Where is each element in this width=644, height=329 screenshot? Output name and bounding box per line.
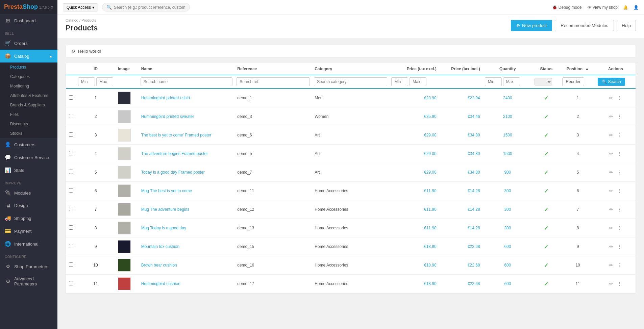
- product-name-link[interactable]: Brown bear cushion: [141, 263, 177, 268]
- sidebar-item-attributes[interactable]: Attributes & Features: [0, 91, 57, 100]
- edit-button[interactable]: ✏: [608, 206, 615, 213]
- row-checkbox[interactable]: [69, 225, 73, 230]
- row-checkbox[interactable]: [69, 207, 73, 211]
- edit-button[interactable]: ✏: [608, 169, 615, 176]
- sidebar-item-discounts[interactable]: Discounts: [0, 119, 57, 129]
- edit-button[interactable]: ✏: [608, 150, 615, 157]
- product-name-link[interactable]: The adventure begins Framed poster: [141, 151, 208, 156]
- more-actions-button[interactable]: ⋮: [616, 280, 623, 287]
- sidebar-item-customer-service[interactable]: 💬 Customer Service: [0, 151, 57, 164]
- row-name: Mug Today is a good day: [139, 219, 235, 237]
- sidebar-item-advanced-parameters[interactable]: ⚙ Advanced Parameters: [0, 273, 57, 290]
- quick-access-button[interactable]: Quick Access ▾: [63, 3, 98, 11]
- more-actions-button[interactable]: ⋮: [616, 113, 623, 120]
- more-actions-button[interactable]: ⋮: [616, 132, 623, 138]
- row-checkbox[interactable]: [69, 244, 73, 248]
- sidebar-item-categories[interactable]: Categories: [0, 72, 57, 81]
- more-actions-button[interactable]: ⋮: [616, 95, 623, 101]
- sidebar-item-stats[interactable]: 📊 Stats: [0, 164, 57, 177]
- sidebar-item-catalog[interactable]: 📦 Catalog ▲: [0, 50, 57, 62]
- row-checkbox[interactable]: [69, 281, 73, 285]
- product-name-link[interactable]: Today is a good day Framed poster: [141, 170, 205, 175]
- gear-icon: ⚙: [71, 49, 75, 54]
- col-header-category[interactable]: Category: [312, 63, 389, 75]
- edit-button[interactable]: ✏: [608, 187, 615, 194]
- user-menu-button[interactable]: 👤: [634, 5, 639, 10]
- debug-mode-button[interactable]: 🐞 Debug mode: [552, 5, 582, 10]
- filter-id-min[interactable]: [78, 77, 95, 86]
- edit-button[interactable]: ✏: [608, 113, 615, 120]
- row-price-excl: €29.00: [389, 145, 439, 163]
- filter-qty-max[interactable]: [503, 77, 520, 86]
- edit-button[interactable]: ✏: [608, 243, 615, 250]
- reorder-button[interactable]: Reorder: [562, 77, 584, 86]
- more-actions-button[interactable]: ⋮: [616, 225, 623, 231]
- filter-id-max[interactable]: [96, 77, 113, 86]
- filter-name-input[interactable]: [141, 77, 233, 86]
- row-name: Today is a good day Framed poster: [139, 163, 235, 182]
- product-name-link[interactable]: Hummingbird cushion: [141, 281, 180, 286]
- edit-button[interactable]: ✏: [608, 132, 615, 138]
- col-header-price-incl[interactable]: Price (tax incl.): [439, 63, 483, 75]
- sidebar-item-orders[interactable]: 🛒 Orders: [0, 37, 57, 50]
- product-name-link[interactable]: Hummingbird printed sweater: [141, 114, 194, 119]
- search-button[interactable]: 🔍 Search: [598, 78, 625, 86]
- more-actions-button[interactable]: ⋮: [616, 206, 623, 213]
- col-header-quantity[interactable]: Quantity: [483, 63, 533, 75]
- col-header-price-excl[interactable]: Price (tax excl.): [389, 63, 439, 75]
- sidebar-item-stocks[interactable]: Stocks: [0, 129, 57, 138]
- sidebar-item-shipping[interactable]: 🚚 Shipping: [0, 212, 57, 225]
- filter-price-excl-min[interactable]: [391, 77, 408, 86]
- product-name-link[interactable]: Mug The best is yet to come: [141, 188, 192, 193]
- col-header-status[interactable]: Status: [532, 63, 560, 75]
- col-header-position[interactable]: Position ▲: [560, 63, 596, 75]
- notifications-button[interactable]: 🔔: [623, 5, 628, 10]
- sidebar-collapse-button[interactable]: «: [50, 4, 53, 10]
- row-checkbox[interactable]: [69, 262, 73, 267]
- edit-button[interactable]: ✏: [608, 280, 615, 287]
- more-actions-button[interactable]: ⋮: [616, 243, 623, 250]
- edit-button[interactable]: ✏: [608, 262, 615, 269]
- more-actions-button[interactable]: ⋮: [616, 150, 623, 157]
- sidebar-item-shop-parameters[interactable]: ⚙ Shop Parameters: [0, 260, 57, 273]
- filter-ref-input[interactable]: [237, 77, 310, 86]
- filter-qty-min[interactable]: [485, 77, 502, 86]
- sidebar-item-customers[interactable]: 👤 Customers: [0, 138, 57, 151]
- col-header-reference[interactable]: Reference: [234, 63, 312, 75]
- product-name-link[interactable]: Mountain fox cushion: [141, 244, 179, 249]
- view-shop-button[interactable]: 👁 View my shop: [587, 5, 618, 10]
- sidebar-item-monitoring[interactable]: Monitoring: [0, 81, 57, 91]
- row-checkbox[interactable]: [69, 151, 73, 155]
- col-header-name[interactable]: Name: [139, 63, 235, 75]
- row-checkbox[interactable]: [69, 132, 73, 137]
- sidebar-item-design[interactable]: 🖥 Design: [0, 199, 57, 212]
- col-header-id[interactable]: ID: [76, 63, 115, 75]
- recommended-modules-button[interactable]: Recommended Modules: [555, 20, 614, 31]
- row-checkbox[interactable]: [69, 188, 73, 193]
- new-product-button[interactable]: ⊕ New product: [511, 20, 552, 31]
- sidebar-item-modules[interactable]: 🔌 Modules: [0, 186, 57, 199]
- help-button[interactable]: Help: [617, 20, 636, 31]
- product-name-link[interactable]: Mug The adventure begins: [141, 207, 190, 212]
- sidebar-item-products[interactable]: Products: [0, 62, 57, 72]
- filter-category-input[interactable]: [314, 77, 387, 86]
- sidebar-item-brands[interactable]: Brands & Suppliers: [0, 100, 57, 110]
- product-name-link[interactable]: The best is yet to come' Framed poster: [141, 133, 212, 137]
- row-checkbox[interactable]: [69, 170, 73, 174]
- sidebar-item-international[interactable]: 🌐 International: [0, 237, 57, 250]
- sidebar-item-dashboard[interactable]: ⊞ Dashboard: [0, 14, 57, 27]
- sidebar-item-files[interactable]: Files: [0, 110, 57, 119]
- sidebar-item-payment[interactable]: 💳 Payment: [0, 225, 57, 237]
- edit-button[interactable]: ✏: [608, 95, 615, 101]
- row-checkbox[interactable]: [69, 95, 73, 100]
- product-name-link[interactable]: Hummingbird printed t-shirt: [141, 96, 190, 100]
- filter-status-select[interactable]: Yes No: [535, 78, 552, 85]
- product-name-link[interactable]: Mug Today is a good day: [141, 226, 186, 230]
- more-actions-button[interactable]: ⋮: [616, 262, 623, 269]
- more-actions-button[interactable]: ⋮: [616, 187, 623, 194]
- filter-price-excl-max[interactable]: [410, 77, 426, 86]
- topbar-search-input[interactable]: [114, 5, 185, 10]
- more-actions-button[interactable]: ⋮: [616, 169, 623, 176]
- row-checkbox[interactable]: [69, 114, 73, 118]
- edit-button[interactable]: ✏: [608, 225, 615, 231]
